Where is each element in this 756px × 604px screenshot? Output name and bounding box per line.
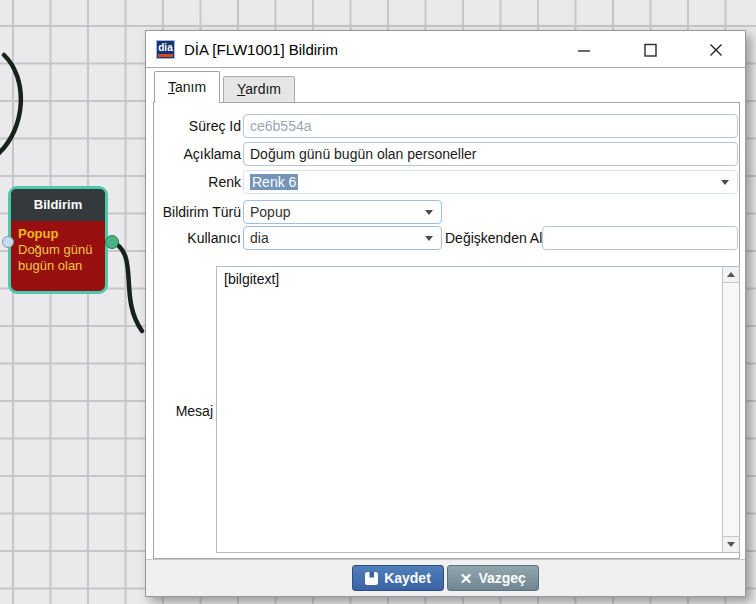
cancel-x-icon: ✕ (460, 571, 473, 586)
renk-combobox[interactable]: Renk 6 (243, 170, 738, 194)
aciklama-input[interactable] (243, 142, 738, 166)
degiskenden-al-input[interactable] (542, 226, 738, 250)
mesaj-textarea[interactable]: [bilgitext] (216, 266, 740, 553)
bildirim-turu-value: Popup (250, 204, 290, 220)
dia-logo-icon: dia (156, 40, 175, 59)
edge-incoming (0, 55, 21, 155)
degiskenden-al-label: Değişkenden Al (445, 226, 542, 250)
workflow-canvas[interactable]: Bildirim Popup Doğum günü bugün olan dia… (0, 0, 756, 604)
dialog-window: dia DİA [FLW1001] Bildirim Tanım Yardım … (145, 30, 746, 597)
arrow-down-icon (727, 542, 735, 547)
save-button[interactable]: Kaydet (352, 565, 444, 591)
flow-node-description: Doğum günü bugün olan (18, 242, 98, 274)
window-controls (570, 31, 730, 68)
edge-outgoing (109, 240, 142, 331)
tab-yardim[interactable]: Yardım (223, 76, 295, 102)
dialog-title: DİA [FLW1001] Bildirim (184, 41, 338, 58)
bildirim-turu-dropdown[interactable]: Popup (243, 200, 442, 224)
surec-id-input[interactable] (243, 114, 738, 138)
surec-id-label: Süreç Id (150, 114, 241, 138)
save-icon (365, 572, 378, 585)
mesaj-label: Mesaj (150, 399, 213, 423)
chevron-down-icon (425, 236, 433, 241)
scroll-down-button[interactable] (723, 536, 739, 552)
mesaj-text: [bilgitext] (217, 267, 722, 552)
kullanici-value: dia (250, 230, 269, 246)
scroll-up-button[interactable] (723, 267, 739, 283)
flow-node-body: Popup Doğum günü bugün olan (11, 221, 105, 274)
aciklama-label: Açıklama (150, 142, 241, 166)
flow-node-type: Popup (18, 226, 98, 242)
maximize-icon (640, 40, 660, 60)
minimize-icon (574, 40, 594, 60)
tab-tanim[interactable]: Tanım (154, 71, 220, 103)
input-port[interactable] (2, 236, 14, 248)
cancel-button[interactable]: ✕ Vazgeç (447, 565, 539, 591)
dia-logo-text: dia (158, 43, 172, 53)
save-button-label: Kaydet (384, 570, 431, 586)
arrow-up-icon (727, 272, 735, 277)
dialog-titlebar[interactable]: dia DİA [FLW1001] Bildirim (146, 31, 745, 68)
maximize-button[interactable] (636, 36, 664, 64)
minimize-button[interactable] (570, 36, 598, 64)
scrollbar[interactable] (722, 267, 739, 552)
renk-label: Renk (150, 170, 241, 194)
output-port[interactable] (105, 235, 119, 249)
flow-node-title: Bildirim (11, 189, 105, 221)
chevron-down-icon (425, 210, 433, 215)
chevron-down-icon (721, 180, 729, 185)
dialog-button-bar: Kaydet ✕ Vazgeç (146, 559, 745, 596)
kullanici-label: Kullanıcı (150, 226, 241, 250)
cancel-button-label: Vazgeç (478, 570, 525, 586)
bildirim-turu-label: Bildirim Türü (150, 200, 241, 224)
close-icon (706, 40, 726, 60)
flow-node-bildirim[interactable]: Bildirim Popup Doğum günü bugün olan (8, 186, 108, 294)
renk-selected-value: Renk 6 (250, 174, 298, 190)
close-button[interactable] (702, 36, 730, 64)
kullanici-dropdown[interactable]: dia (243, 226, 442, 250)
